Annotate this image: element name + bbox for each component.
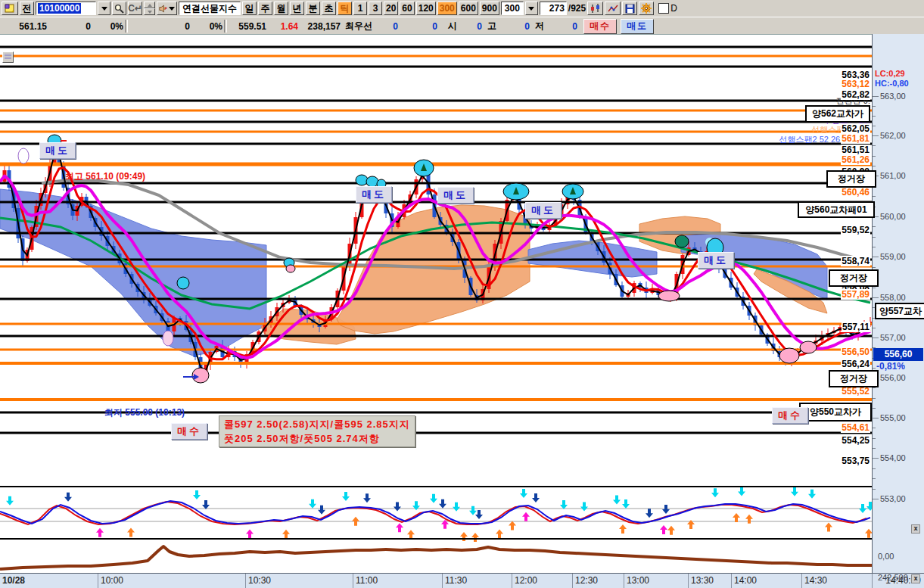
axis-tick-label: 555,00 (880, 413, 906, 422)
note-icon (5, 3, 15, 14)
stepper-up-icon[interactable] (144, 2, 155, 8)
quote-cell: 저 (530, 20, 544, 33)
symbol-input[interactable]: 10100000 (36, 2, 96, 15)
gear-icon (641, 3, 652, 14)
interval-select-arrow[interactable] (525, 2, 538, 15)
chart-corner-icon[interactable] (2, 51, 14, 63)
content-code-button[interactable]: C↵ (128, 2, 142, 15)
axis-tick-label: 563,00 (880, 92, 906, 101)
arrow-down-icon (202, 500, 210, 509)
arrow-down-icon (613, 496, 621, 505)
quote-cell: 0 (129, 21, 190, 32)
quote-cell: 고 (482, 20, 496, 33)
sound-alert-button[interactable]: P (157, 2, 177, 15)
settings-button[interactable] (639, 2, 654, 15)
arrow-down-icon (532, 493, 540, 502)
search-button[interactable] (112, 2, 126, 15)
quote-cell: 0% (91, 21, 123, 32)
period-button-분[interactable]: 분 (306, 2, 320, 15)
stepper-down-icon[interactable] (144, 8, 155, 15)
interval-button-20[interactable]: 20 (384, 2, 398, 15)
axis-minor-tick (873, 438, 876, 439)
axis-minor-tick (873, 186, 876, 187)
axis-minor-tick (873, 347, 876, 348)
note-icon-button[interactable] (2, 2, 18, 15)
period-button-년[interactable]: 년 (290, 2, 304, 15)
axis-minor-tick (873, 267, 876, 268)
arrow-up-icon (865, 529, 872, 538)
arrow-up-icon (460, 532, 468, 541)
axis-minor-tick (873, 247, 876, 247)
d-checkbox-label: D (670, 3, 677, 14)
interval-button-600[interactable]: 600 (459, 2, 478, 15)
axis-minor-tick (873, 196, 876, 197)
axis-minor-tick (873, 106, 876, 107)
interval-button-300[interactable]: 300 (437, 2, 457, 15)
chart-area: 563,00562,00561,00560,00559,00558,00557,… (0, 34, 924, 573)
interval-button-3[interactable]: 3 (369, 2, 382, 15)
signal-marker (286, 265, 295, 272)
axis-minor-tick (873, 398, 876, 399)
arrow-up-icon (352, 517, 359, 526)
axis-tick-label: 560,00 (880, 212, 906, 221)
axis-minor-tick (873, 307, 876, 308)
divider (872, 574, 873, 588)
instrument-field[interactable]: 연결선물지수 (179, 2, 241, 15)
signal-marker (369, 186, 377, 192)
period-button-일[interactable]: 일 (242, 2, 257, 15)
axis-tick-label: 554,00 (880, 453, 906, 462)
arrow-up-icon (282, 530, 290, 539)
quote-cell: 0% (190, 21, 222, 32)
candle-chart-icon (590, 4, 601, 14)
prev-button[interactable]: 전 (20, 2, 34, 15)
time-label: 12:30 (575, 575, 598, 586)
arrow-down-icon (646, 509, 653, 518)
signal-marker (779, 348, 799, 363)
time-tick (353, 574, 353, 588)
time-label: 13:00 (627, 575, 649, 586)
quote-cell: 561.15 (0, 21, 47, 32)
axis-minor-tick (873, 358, 876, 359)
period-button-월[interactable]: 월 (274, 2, 288, 15)
buy-button[interactable]: 매수 (583, 19, 617, 34)
period-button-초[interactable]: 초 (322, 2, 336, 15)
interval-button-900[interactable]: 900 (480, 2, 499, 15)
arrow-down-icon (808, 490, 816, 499)
arrow-down-icon (580, 502, 588, 512)
divider (224, 20, 227, 33)
signal-marker (800, 341, 817, 353)
time-tick (801, 574, 802, 588)
interval-button-60[interactable]: 60 (400, 2, 414, 15)
time-tick (731, 574, 732, 588)
candle-style-button[interactable] (587, 2, 603, 15)
symbol-stepper[interactable] (144, 2, 155, 15)
signal-marker (163, 331, 173, 346)
main-chart-canvas[interactable] (0, 34, 872, 573)
interval-button-120[interactable]: 120 (416, 2, 436, 15)
axis-minor-tick (873, 126, 876, 126)
d-checkbox[interactable] (658, 3, 669, 14)
arrow-up-icon (619, 524, 627, 534)
sell-button[interactable]: 매도 (621, 19, 654, 34)
axis-minor-tick (873, 288, 876, 288)
time-tick (512, 574, 512, 588)
bar-count-input[interactable]: 273 (540, 2, 567, 15)
line-chart-icon (608, 4, 618, 14)
arrow-down-icon (475, 510, 483, 519)
arrow-up-icon (667, 526, 675, 535)
quote-cell: 0 (457, 21, 482, 32)
save-button[interactable] (622, 2, 637, 15)
trading-chart-window: 전 10100000 C↵ P 연결선물지수 일주월년분초틱 132060120… (0, 0, 924, 588)
current-time: 14:40:09 (885, 575, 921, 586)
symbol-dropdown-button[interactable] (98, 2, 110, 15)
period-button-주[interactable]: 주 (258, 2, 272, 15)
period-button-틱[interactable]: 틱 (338, 2, 352, 15)
arrow-up-icon (471, 533, 479, 542)
quote-cell: 0 (47, 21, 91, 32)
volume-brown-line (0, 546, 872, 569)
quote-cell: 0 (544, 21, 577, 32)
chevron-down-icon (528, 7, 534, 11)
line-style-button[interactable] (605, 2, 621, 15)
interval-button-1[interactable]: 1 (353, 2, 367, 15)
interval-select[interactable]: 300 (501, 2, 524, 15)
